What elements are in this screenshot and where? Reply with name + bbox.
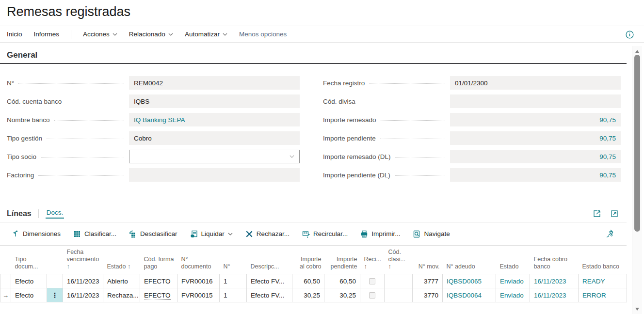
nombre-banco-link[interactable]: IQ Banking SEPA bbox=[129, 113, 300, 126]
rechazar-button[interactable]: Rechazar... bbox=[245, 230, 290, 238]
no-field[interactable]: REM0042 bbox=[129, 76, 300, 90]
col-header-estado-envio[interactable]: Estado bbox=[496, 246, 530, 274]
action-label: Rechazar... bbox=[257, 230, 290, 237]
cell-cod-clasificacion[interactable] bbox=[385, 288, 413, 302]
importe-pendiente-dl-field[interactable]: 90,75 bbox=[450, 168, 621, 182]
col-header-descripcion[interactable]: Descripc... bbox=[247, 246, 292, 274]
cod-divisa-field[interactable] bbox=[450, 94, 621, 108]
ribbon-menu-acciones[interactable]: Acciones bbox=[83, 31, 117, 38]
liquidar-button[interactable]: Liquidar bbox=[190, 230, 233, 238]
fecha-registro-field[interactable]: 01/01/2300 bbox=[450, 76, 621, 90]
cell-estado[interactable]: Abierto bbox=[103, 274, 140, 288]
scroll-down-arrow-icon[interactable] bbox=[635, 308, 639, 311]
cell-fecha-cobro-banco[interactable]: 16/11/2023 bbox=[530, 274, 579, 288]
cell-importe-pendiente[interactable]: 30,25 bbox=[324, 288, 360, 302]
cod-cuenta-banco-field[interactable]: IQBS bbox=[129, 94, 300, 108]
chevron-down-icon bbox=[168, 33, 173, 36]
tipo-socio-dropdown[interactable] bbox=[129, 150, 300, 163]
dimensiones-button[interactable]: Dimensiones bbox=[12, 230, 61, 238]
importe-remesado-dl-field[interactable]: 90,75 bbox=[450, 150, 621, 163]
info-icon[interactable] bbox=[626, 31, 634, 39]
cell-num[interactable]: 1 bbox=[220, 274, 247, 288]
tab-docs[interactable]: Docs. bbox=[46, 209, 64, 219]
cell-num-mov[interactable]: 3777 bbox=[413, 274, 443, 288]
col-header-recibido[interactable]: Reci... ↑ bbox=[360, 246, 385, 274]
importe-pendiente-field[interactable]: 90,75 bbox=[450, 131, 621, 145]
ribbon-menu-relacionado[interactable]: Relacionado bbox=[129, 31, 173, 38]
chevron-down-icon bbox=[223, 33, 227, 36]
cell-descripcion[interactable]: Efecto FV... bbox=[247, 274, 292, 288]
expand-icon[interactable] bbox=[610, 209, 619, 218]
tab-lineas[interactable]: Líneas bbox=[7, 209, 32, 218]
cell-num-documento[interactable]: FVR00016 bbox=[177, 274, 220, 288]
section-heading-general[interactable]: General bbox=[7, 50, 644, 63]
vertical-scrollbar[interactable] bbox=[632, 46, 642, 314]
lines-table: Tipo docum... Fecha vencimiento ↑ Estado… bbox=[0, 246, 627, 302]
col-header-estado-banco[interactable]: Estado banco bbox=[579, 246, 627, 274]
cell-fecha-cobro-banco[interactable]: 16/11/2023 bbox=[530, 288, 579, 302]
col-header-cod-clasificacion[interactable]: Cód. clasi... ↑ bbox=[385, 246, 413, 274]
col-header-importe-al-cobro[interactable]: Importe al cobro bbox=[292, 246, 324, 274]
unclassify-icon bbox=[129, 230, 137, 238]
field-label: Fecha registro bbox=[323, 79, 365, 87]
cell-descripcion[interactable]: Efecto FV... bbox=[247, 288, 292, 302]
cell-estado-envio[interactable]: Enviado bbox=[496, 274, 530, 288]
cell-importe-pendiente[interactable]: 60,50 bbox=[324, 274, 360, 288]
share-icon[interactable] bbox=[593, 209, 601, 218]
cell-estado-envio[interactable]: Enviado bbox=[496, 288, 530, 302]
current-row-arrow: → bbox=[0, 288, 11, 302]
action-label: Clasificar... bbox=[84, 230, 116, 237]
col-header-fecha-cobro-banco[interactable]: Fecha cobro banco bbox=[530, 246, 579, 274]
fields-left-column: N° REM0042 Cód. cuenta banco IQBS Nombre… bbox=[7, 76, 300, 182]
cell-importe-al-cobro[interactable]: 60,50 bbox=[292, 274, 324, 288]
cell-cod-forma-pago-focused[interactable]: EFECTO bbox=[140, 288, 177, 302]
cell-num-documento[interactable]: FVR00015 bbox=[177, 288, 220, 302]
row-menu-button[interactable]: ⋮ bbox=[47, 288, 63, 302]
cell-cod-clasificacion[interactable] bbox=[385, 274, 413, 288]
col-header-num-adeudo[interactable]: N° adeudo bbox=[443, 246, 496, 274]
cell-num-adeudo-link[interactable]: IQBSD0064 bbox=[443, 288, 496, 302]
cell-num-mov[interactable]: 3770 bbox=[413, 288, 443, 302]
tipo-gestion-field[interactable]: Cobro bbox=[129, 131, 300, 145]
cell-importe-al-cobro[interactable]: 30,25 bbox=[292, 288, 324, 302]
recircular-button[interactable]: Recircular... bbox=[302, 230, 348, 238]
ribbon-tab-inicio[interactable]: Inicio bbox=[7, 31, 22, 38]
importe-remesado-field[interactable]: 90,75 bbox=[450, 113, 621, 126]
col-header-num-documento[interactable]: N° documento bbox=[177, 246, 220, 274]
col-header-cod-forma-pago[interactable]: Cód. forma pago bbox=[140, 246, 177, 274]
cell-fecha-vencimiento[interactable]: 16/11/2023 bbox=[63, 274, 103, 288]
cell-estado-banco[interactable]: READY bbox=[579, 274, 627, 288]
col-header-num-mov[interactable]: N° mov. bbox=[413, 246, 443, 274]
scrollbar-thumb[interactable] bbox=[634, 55, 640, 232]
navigate-button[interactable]: Navigate bbox=[413, 230, 450, 238]
cell-num[interactable]: 1 bbox=[220, 288, 247, 302]
desclasificar-button[interactable]: Desclasificar bbox=[129, 230, 177, 238]
col-header-fecha-vencimiento[interactable]: Fecha vencimiento ↑ bbox=[63, 246, 103, 274]
col-header-importe-pendiente[interactable]: Importe pendiente bbox=[324, 246, 360, 274]
page-title: Remesas registradas bbox=[0, 0, 644, 19]
ribbon-more-options[interactable]: Menos opciones bbox=[239, 31, 287, 38]
cell-fecha-vencimiento[interactable]: 16/11/2023 bbox=[63, 288, 103, 302]
clasificar-button[interactable]: Clasificar... bbox=[73, 230, 116, 238]
cell-num-adeudo-link[interactable]: IQBSD0065 bbox=[443, 274, 496, 288]
sort-asc-icon: ↑ bbox=[388, 263, 391, 270]
factoring-field[interactable] bbox=[129, 168, 300, 182]
field-tipo-gestion: Tipo gestión Cobro bbox=[7, 131, 300, 145]
scroll-up-arrow-icon[interactable] bbox=[635, 50, 639, 53]
cell-cod-forma-pago[interactable]: EFECTO bbox=[140, 274, 177, 288]
col-header-estado[interactable]: Estado ↑ bbox=[103, 246, 140, 274]
ribbon-tab-informes[interactable]: Informes bbox=[34, 31, 60, 38]
cell-estado-banco[interactable]: ERROR bbox=[579, 288, 627, 302]
dotted-leader bbox=[381, 120, 445, 121]
cell-estado[interactable]: Rechaza... bbox=[103, 288, 140, 302]
imprimir-button[interactable]: Imprimir... bbox=[360, 230, 400, 238]
pin-toggle[interactable] bbox=[606, 230, 614, 238]
col-header-tipo-documento[interactable]: Tipo docum... bbox=[11, 246, 47, 274]
classify-icon bbox=[73, 230, 81, 238]
action-label: Liquidar bbox=[201, 230, 225, 237]
dotted-leader bbox=[47, 139, 124, 139]
cell-tipo-documento[interactable]: Efecto bbox=[11, 288, 47, 302]
ribbon-menu-automatizar[interactable]: Automatizar bbox=[185, 31, 227, 38]
col-header-num[interactable]: N° bbox=[220, 246, 247, 274]
cell-tipo-documento[interactable]: Efecto bbox=[11, 274, 47, 288]
